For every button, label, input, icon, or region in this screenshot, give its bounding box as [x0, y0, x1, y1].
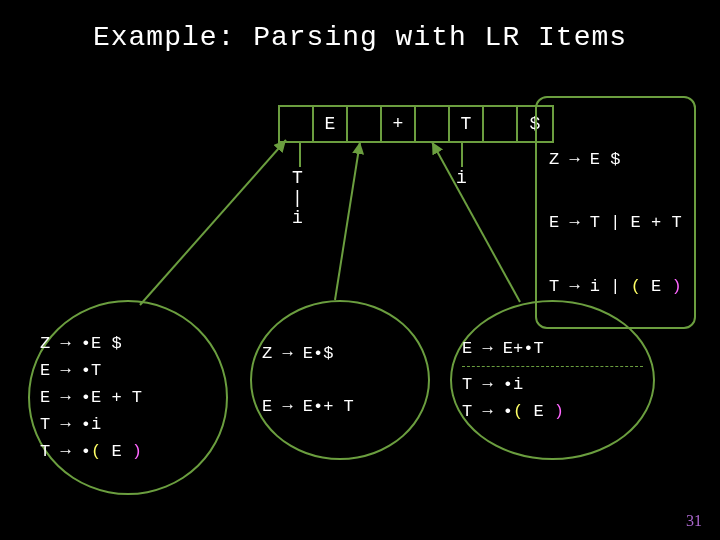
grammar-rule: E → T | E + T: [549, 212, 682, 233]
parse-tree-left: T | i: [292, 168, 303, 228]
edge-line: [432, 142, 520, 302]
pointer-line-icon: [299, 141, 301, 167]
divider: [462, 366, 643, 367]
stack-cell: +: [382, 107, 416, 141]
parse-tree-right: i: [456, 168, 467, 188]
edge-line: [140, 140, 286, 305]
slide-title: Example: Parsing with LR Items: [0, 0, 720, 53]
lr-item: E → •T: [40, 357, 216, 384]
lr-item: T → •i: [462, 371, 643, 398]
item-set-2: Z → E•$ E → E•+ T: [250, 300, 430, 460]
page-number: 31: [686, 512, 702, 530]
item-set-3: E → E+•T T → •i T → •( E ): [450, 300, 655, 460]
lr-item: E → E+•T: [462, 335, 643, 362]
stack-cell: E: [314, 107, 348, 141]
pointer-line-icon: [461, 141, 463, 167]
lr-item: T → •( E ): [462, 398, 643, 425]
grammar-rule: T → i | ( E ): [549, 276, 682, 297]
stack-cell: [416, 107, 450, 141]
stack-cell: [280, 107, 314, 141]
input-stack: E + T $: [278, 105, 554, 143]
item-set-1: Z → •E $ E → •T E → •E + T T → •i T → •(…: [28, 300, 228, 495]
lr-item: T → •( E ): [40, 438, 216, 465]
grammar-box: Z → E $ E → T | E + T T → i | ( E ): [535, 96, 696, 329]
stack-cell: [348, 107, 382, 141]
grammar-rule: Z → E $: [549, 149, 682, 170]
lr-item: T → •i: [40, 411, 216, 438]
stack-cell: T: [450, 107, 484, 141]
lr-item: E → E•+ T: [262, 393, 418, 420]
stack-cell: [484, 107, 518, 141]
lr-item: Z → •E $: [40, 330, 216, 357]
lr-item: Z → E•$: [262, 340, 418, 367]
lr-item: E → •E + T: [40, 384, 216, 411]
edge-line: [335, 142, 360, 300]
